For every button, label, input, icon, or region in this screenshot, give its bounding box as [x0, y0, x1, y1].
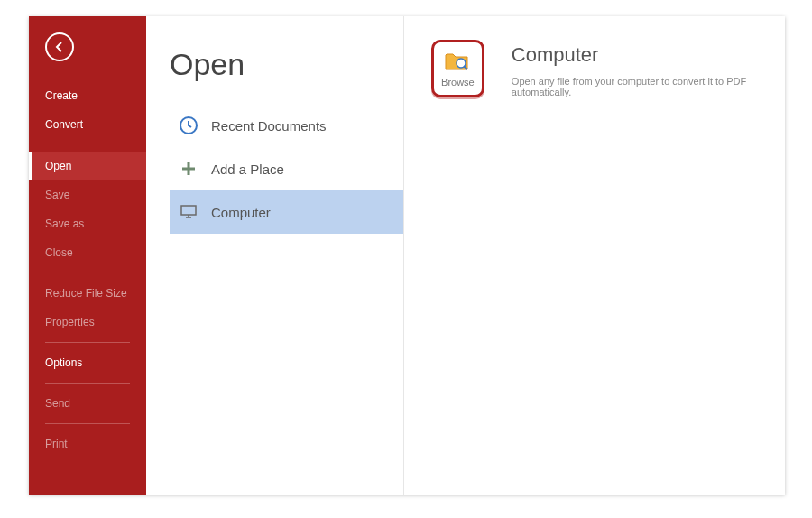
sidebar-item-print[interactable]: Print [29, 430, 146, 458]
sidebar-item-reduce-file-size[interactable]: Reduce File Size [29, 279, 146, 308]
page-title: Open [170, 47, 403, 82]
backstage-window: Create Convert Open Save Save as Close R… [29, 16, 785, 495]
sidebar-item-options[interactable]: Options [29, 348, 146, 377]
clock-icon [179, 116, 198, 135]
source-computer[interactable]: Computer [170, 190, 403, 234]
arrow-left-icon [52, 40, 67, 54]
sidebar-divider [45, 423, 130, 424]
sidebar-item-save[interactable]: Save [29, 180, 146, 209]
sidebar-divider [45, 342, 130, 343]
source-label: Recent Documents [211, 118, 327, 134]
main-area: Open Recent Documents Add a Place Comput… [146, 16, 785, 495]
source-list-panel: Open Recent Documents Add a Place Comput… [146, 16, 404, 495]
sidebar-item-close[interactable]: Close [29, 238, 146, 267]
sidebar-divider [45, 273, 130, 273]
browse-label: Browse [441, 77, 475, 88]
svg-rect-1 [181, 206, 196, 215]
sidebar-item-create[interactable]: Create [29, 81, 146, 110]
back-button[interactable] [45, 32, 74, 61]
sidebar-item-open[interactable]: Open [29, 152, 146, 180]
sidebar-item-properties[interactable]: Properties [29, 308, 146, 337]
folder-search-icon [444, 50, 471, 73]
backstage-sidebar: Create Convert Open Save Save as Close R… [29, 16, 146, 495]
computer-icon [179, 202, 198, 222]
plus-icon [179, 159, 198, 179]
detail-panel: Browse Computer Open any file from your … [404, 16, 785, 495]
detail-text: Computer Open any file from your compute… [512, 40, 765, 97]
sidebar-item-save-as[interactable]: Save as [29, 209, 146, 238]
browse-button[interactable]: Browse [431, 40, 484, 97]
source-label: Add a Place [211, 162, 284, 177]
detail-description: Open any file from your computer to conv… [512, 76, 765, 97]
source-label: Computer [211, 205, 271, 220]
sidebar-item-send[interactable]: Send [29, 389, 146, 418]
source-recent-documents[interactable]: Recent Documents [170, 104, 403, 147]
sidebar-item-convert[interactable]: Convert [29, 110, 146, 139]
sidebar-divider [45, 383, 130, 384]
source-add-a-place[interactable]: Add a Place [170, 147, 403, 190]
detail-title: Computer [512, 43, 765, 67]
